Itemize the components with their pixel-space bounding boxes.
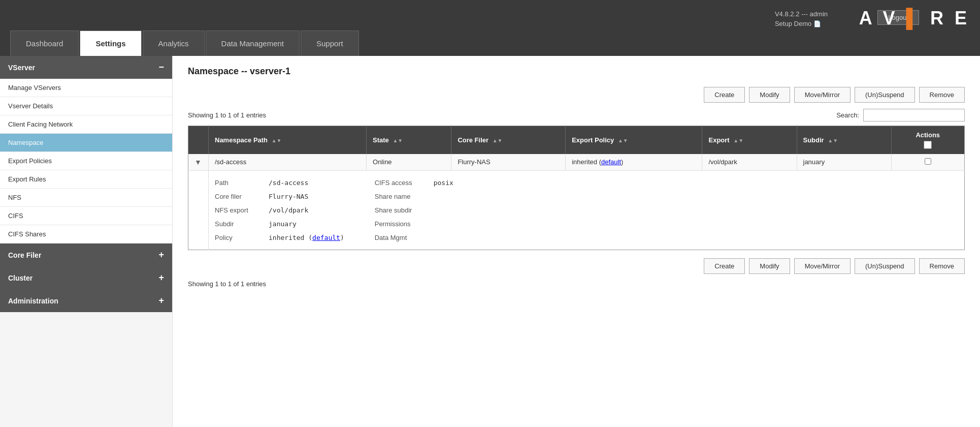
tab-support[interactable]: Support (301, 30, 359, 56)
sidebar-item-manage-vservers[interactable]: Manage VServers (0, 79, 172, 97)
export-policy-link[interactable]: default (601, 158, 621, 166)
detail-share-subdir: Share subdir (375, 206, 453, 214)
sidebar-section-vserver[interactable]: VServer − (0, 56, 172, 79)
sidebar-item-export-policies[interactable]: Export Policies (0, 152, 172, 170)
sidebar-section-cluster[interactable]: Cluster + (0, 266, 172, 289)
row-export: /vol/dpark (702, 154, 797, 171)
header: Dashboard Settings Analytics Data Manage… (0, 0, 980, 56)
sidebar-item-client-facing-network[interactable]: Client Facing Network (0, 115, 172, 134)
sidebar-item-namespace[interactable]: Namespace (0, 134, 172, 152)
tab-settings[interactable]: Settings (80, 30, 141, 56)
main-content: Namespace -- vserver-1 Create Modify Mov… (173, 56, 980, 427)
detail-policy: Policy inherited (default) (215, 234, 344, 241)
sidebar-item-cifs-shares[interactable]: CIFS Shares (0, 225, 172, 243)
move-mirror-button-top[interactable]: Move/Mirror (794, 87, 851, 103)
col-state[interactable]: State ▲▼ (367, 126, 451, 155)
unsuspend-button-top[interactable]: (Un)Suspend (855, 87, 915, 103)
version-label: V4.8.2.2 --- admin (775, 10, 828, 18)
detail-core-filer: Core filer Flurry-NAS (215, 193, 344, 200)
table-row: ▼ /sd-access Online Flurry-NAS inherited… (188, 154, 965, 171)
administration-expand-icon: + (158, 295, 164, 306)
col-subdir[interactable]: Subdir ▲▼ (797, 126, 891, 155)
create-button-bottom[interactable]: Create (704, 258, 745, 274)
subdir-sort-icon[interactable]: ▲▼ (828, 138, 838, 143)
row-actions-checkbox-cell (891, 154, 964, 171)
detail-subdir: Subdir january (215, 220, 344, 228)
row-core-filer: Flurry-NAS (451, 154, 566, 171)
core-filer-sort-icon[interactable]: ▲▼ (493, 138, 503, 143)
top-button-bar: Create Modify Move/Mirror (Un)Suspend Re… (188, 87, 965, 103)
create-button-top[interactable]: Create (704, 87, 745, 103)
modify-button-bottom[interactable]: Modify (749, 258, 790, 274)
col-export-policy[interactable]: Export Policy ▲▼ (566, 126, 702, 155)
detail-content: Path /sd-access Core filer Flurry-NAS NF… (215, 175, 958, 246)
sidebar-item-cifs[interactable]: CIFS (0, 207, 172, 225)
main-layout: VServer − Manage VServers Vserver Detail… (0, 56, 980, 427)
row-expand-cell[interactable]: ▼ (188, 154, 209, 171)
detail-data-mgmt: Data Mgmt (375, 234, 453, 241)
namespace-table: Namespace Path ▲▼ State ▲▼ Core Filer ▲▼… (188, 126, 965, 250)
col-expand (188, 126, 209, 155)
cluster-expand-icon: + (158, 272, 164, 283)
remove-button-bottom[interactable]: Remove (919, 258, 965, 274)
sidebar-item-vserver-details[interactable]: Vserver Details (0, 97, 172, 115)
sidebar-section-administration[interactable]: Administration + (0, 289, 172, 312)
col-actions: Actions (891, 126, 964, 155)
avere-logo: A V ▌ R E (859, 8, 970, 29)
core-filer-expand-icon: + (158, 250, 164, 260)
bottom-button-bar: Create Modify Move/Mirror (Un)Suspend Re… (188, 258, 965, 274)
header-info: V4.8.2.2 --- admin Setup Demo 📄 (775, 10, 828, 27)
search-label: Search: (836, 111, 859, 119)
tab-analytics[interactable]: Analytics (143, 30, 205, 56)
table-detail-row: Path /sd-access Core filer Flurry-NAS NF… (188, 171, 965, 250)
col-core-filer[interactable]: Core Filer ▲▼ (451, 126, 566, 155)
detail-left-col: Path /sd-access Core filer Flurry-NAS NF… (215, 179, 344, 241)
namespace-path-sort-icon[interactable]: ▲▼ (272, 138, 282, 143)
row-expand-arrow[interactable]: ▼ (194, 158, 202, 166)
remove-button-top[interactable]: Remove (919, 87, 965, 103)
search-input[interactable] (863, 109, 965, 121)
detail-share-name: Share name (375, 193, 453, 200)
export-sort-icon[interactable]: ▲▼ (733, 138, 743, 143)
row-export-policy: inherited (default) (566, 154, 702, 171)
sidebar-section-core-filer[interactable]: Core Filer + (0, 243, 172, 266)
tab-data-management[interactable]: Data Management (206, 30, 300, 56)
sidebar-item-export-rules[interactable]: Export Rules (0, 170, 172, 189)
detail-cell: Path /sd-access Core filer Flurry-NAS NF… (209, 171, 965, 250)
move-mirror-button-bottom[interactable]: Move/Mirror (794, 258, 851, 274)
row-checkbox[interactable] (925, 158, 931, 165)
row-state: Online (367, 154, 451, 171)
detail-permissions: Permissions (375, 220, 453, 228)
detail-nfs-export: NFS export /vol/dpark (215, 206, 344, 214)
table-info-bottom: Showing 1 to 1 of 1 entries (188, 280, 965, 288)
showing-entries-bottom: Showing 1 to 1 of 1 entries (188, 280, 266, 288)
actions-select-all-checkbox[interactable] (924, 141, 932, 149)
col-namespace-path[interactable]: Namespace Path ▲▼ (209, 126, 367, 155)
nav-tabs: Dashboard Settings Analytics Data Manage… (10, 0, 360, 56)
modify-button-top[interactable]: Modify (749, 87, 790, 103)
detail-policy-link[interactable]: default (312, 234, 340, 241)
vserver-collapse-icon: − (158, 62, 164, 73)
detail-path: Path /sd-access (215, 179, 344, 187)
sidebar: VServer − Manage VServers Vserver Detail… (0, 56, 173, 427)
export-policy-sort-icon[interactable]: ▲▼ (618, 138, 628, 143)
page-title: Namespace -- vserver-1 (188, 66, 965, 77)
setup-demo-icon: 📄 (813, 20, 821, 27)
tab-dashboard[interactable]: Dashboard (10, 30, 79, 56)
state-sort-icon[interactable]: ▲▼ (393, 138, 403, 143)
col-export[interactable]: Export ▲▼ (702, 126, 797, 155)
sidebar-item-nfs[interactable]: NFS (0, 189, 172, 207)
unsuspend-button-bottom[interactable]: (Un)Suspend (855, 258, 915, 274)
row-subdir: january (797, 154, 891, 171)
detail-cifs-access: CIFS access posix (375, 179, 453, 187)
search-box: Search: (836, 109, 965, 121)
showing-entries-top: Showing 1 to 1 of 1 entries (188, 111, 266, 119)
table-info-top: Showing 1 to 1 of 1 entries Search: (188, 109, 965, 121)
detail-right-col: CIFS access posix Share name Share subdi… (375, 179, 453, 241)
row-namespace-path: /sd-access (209, 154, 367, 171)
setup-demo[interactable]: Setup Demo 📄 (775, 20, 828, 27)
